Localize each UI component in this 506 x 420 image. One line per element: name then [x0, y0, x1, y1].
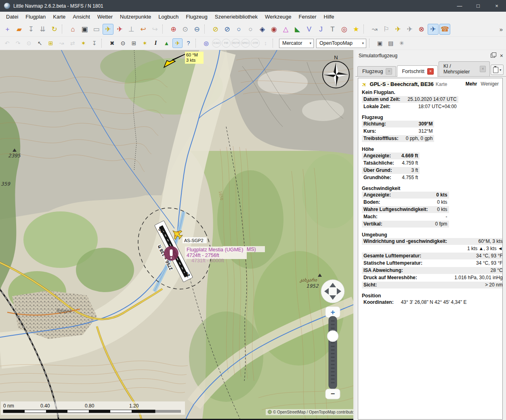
menu-fenster[interactable]: Fenster [295, 13, 320, 21]
menu-nutzerpunkte[interactable]: Nutzerpunkte [116, 13, 155, 21]
map-link[interactable]: Karte [436, 81, 447, 87]
tacan-toggle[interactable]: ◈ [257, 24, 268, 35]
toolbar-overflow-button[interactable]: » [500, 26, 504, 33]
map-view[interactable]: 20 02 2756 x 138 ft [0, 50, 353, 420]
center-flightplan-button[interactable]: ▣ [79, 24, 90, 35]
save-flightplan-button[interactable]: ↧ [25, 24, 36, 35]
ndb-toggle[interactable]: ◉ [269, 24, 279, 35]
close-button[interactable]: × [487, 0, 506, 12]
highlight-star-button[interactable]: ★ [351, 24, 361, 35]
tab-close-icon[interactable]: × [386, 68, 392, 75]
menu-werkzeuge[interactable]: Werkzeuge [261, 13, 295, 21]
map-theme-select[interactable]: OpenTopoMap▾ [316, 39, 366, 48]
compass-rose-toggle[interactable]: ◎ [201, 38, 211, 48]
float-window-icon[interactable] [491, 54, 495, 58]
options-button[interactable]: ✳ [397, 38, 407, 48]
menu-hilfe[interactable]: Hilfe [320, 13, 338, 21]
victor-airway-toggle[interactable]: V [304, 24, 315, 35]
flightplan-bounds-button[interactable]: ▭ [91, 24, 102, 35]
tab-ki-mehrspieler[interactable]: KI / Mehrspieler × [439, 61, 490, 76]
waypoint-toggle[interactable]: △ [280, 24, 291, 35]
userpoint-toggle[interactable]: ◎ [339, 24, 350, 35]
menu-karte[interactable]: Karte [49, 13, 69, 21]
center-aircraft-button[interactable]: ✈ [103, 24, 113, 35]
airspace-other-toggle[interactable]: OTR [251, 39, 260, 48]
route-calc-dock-toggle[interactable]: ✶ [140, 38, 150, 48]
detail-more-button[interactable]: ⊕ [168, 24, 179, 35]
ai-aircraft-toggle[interactable]: ✈ [393, 24, 403, 35]
reload-flightplan-button[interactable]: ↻ [49, 24, 60, 35]
tab-close-icon[interactable]: × [480, 66, 486, 72]
new-flightplan-button[interactable]: + [2, 24, 13, 35]
menu-wetter[interactable]: Wetter [94, 13, 116, 21]
back-button[interactable]: ↩ [138, 24, 149, 35]
menu-flugzeug[interactable]: Flugzeug [182, 13, 211, 21]
delete-aircraft-trail-button[interactable]: ⊗ [416, 24, 427, 35]
zoom-slider-track[interactable] [329, 316, 337, 389]
calc-route-button[interactable]: ↝ [57, 38, 67, 48]
online-network-toggle[interactable]: ☎ [439, 24, 450, 35]
tab-fortschritt[interactable]: Fortschritt × [397, 65, 438, 77]
overview-window-toggle[interactable]: ⊙ [118, 38, 128, 48]
airspace-special-toggle[interactable]: SPEC [241, 39, 250, 48]
ils-toggle[interactable]: ◣ [292, 24, 303, 35]
tab-close-icon[interactable]: × [427, 68, 434, 75]
flightplan-from-map-button[interactable]: ⊞ [46, 38, 56, 48]
menu-flugplan[interactable]: Flugplan [22, 13, 49, 21]
menu-logbuch[interactable]: Logbuch [155, 13, 182, 21]
route-edit-pointer-button[interactable]: ↖ [35, 38, 45, 48]
airspace-fir-toggle[interactable]: FIR [222, 39, 231, 48]
copy-to-clipboard-button[interactable]: ▾ [491, 65, 504, 75]
vor-toggle[interactable]: ⊘ [210, 24, 221, 35]
menu-szeneriebibliothek[interactable]: Szeneriebibliothek [211, 13, 261, 21]
save-flightplan-as-button[interactable]: ⇊ [37, 24, 48, 35]
detail-less-button[interactable]: ⊖ [191, 24, 202, 35]
jet-airway-toggle[interactable]: J [315, 24, 326, 35]
info-row-label: Tatsächliche: [362, 160, 400, 167]
open-flightplan-button[interactable]: ▰ [14, 24, 25, 35]
zoom-slider-handle[interactable] [327, 330, 338, 342]
aircraft-labels-toggle[interactable]: ✈ [428, 24, 439, 35]
flightplan-dock-toggle[interactable]: ⊞ [129, 38, 139, 48]
measure-line-button[interactable]: ↝ [369, 24, 380, 35]
dme-toggle[interactable]: ○ [233, 24, 244, 35]
aircraft-trail-toggle[interactable]: ✈ [404, 24, 415, 35]
no-center-aircraft-button[interactable]: ✈ [114, 24, 125, 35]
legend-help-button[interactable]: ? [183, 38, 193, 48]
hold-button[interactable]: ⚐ [381, 24, 392, 35]
menu-ansicht[interactable]: Ansicht [69, 13, 94, 21]
redo-button[interactable]: ↷ [13, 38, 23, 48]
maximize-button[interactable]: □ [469, 0, 487, 12]
reset-layout-button[interactable]: ✖ [107, 38, 117, 48]
undo-button[interactable]: ↶ [2, 38, 12, 48]
connect-simulator-button[interactable]: ▣ [375, 38, 385, 48]
airspace-restricted-toggle[interactable]: RSTR [231, 39, 240, 48]
airspace-altitude-button[interactable]: ↕ [260, 38, 271, 48]
projection-select[interactable]: Mercator▾ [279, 39, 314, 48]
airspace-icao-toggle[interactable]: ICAO [212, 39, 221, 48]
runway-lineup-button[interactable]: ⊥ [126, 24, 137, 35]
map-pan-control[interactable] [321, 280, 344, 303]
minimize-button[interactable]: — [450, 0, 469, 12]
dock-close-icon[interactable]: × [500, 53, 503, 59]
topo-map[interactable]: 20 02 2756 x 138 ft [0, 50, 353, 420]
reverse-route-button[interactable]: ⇄ [67, 38, 78, 48]
scenery-library-database-button[interactable]: ▤ [386, 38, 396, 48]
adjust-flightplan-button[interactable]: ✶ [78, 38, 88, 48]
descent-path-button[interactable]: ↧ [89, 38, 99, 48]
vortac-toggle[interactable]: ○ [245, 24, 256, 35]
forward-button[interactable]: ↪ [149, 24, 160, 35]
vordme-toggle[interactable]: ⊘ [222, 24, 233, 35]
home-button[interactable]: ⌂ [67, 24, 78, 35]
less-link[interactable]: Weniger [481, 81, 499, 87]
info-row-label: Angezeigte: [362, 192, 434, 199]
map-search-button[interactable]: ⊙ [24, 38, 34, 48]
menu-datei[interactable]: Datei [2, 13, 22, 21]
detail-default-button[interactable]: ⊙ [180, 24, 191, 35]
tab-flugzeug[interactable]: Flugzeug × [357, 66, 396, 76]
track-toggle[interactable]: T [327, 24, 338, 35]
aircraft-dock-toggle[interactable]: ✈ [172, 38, 183, 48]
info-dock-toggle[interactable]: I [151, 38, 161, 48]
profile-dock-toggle[interactable]: ▲ [162, 38, 172, 48]
more-link[interactable]: Mehr [466, 81, 477, 87]
